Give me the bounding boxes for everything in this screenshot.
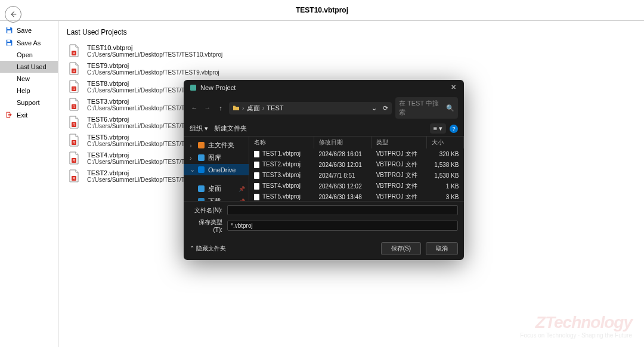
sidebar-item-label: Save: [17, 27, 32, 34]
project-name: TEST9.vbtproj: [87, 62, 219, 69]
project-path: C:/Users/SummerLi/Desktop/TEST/TEST9.vbt…: [87, 69, 219, 76]
folder-color-icon: [198, 154, 205, 161]
chevron-right-icon: ›: [190, 154, 194, 162]
path-bar[interactable]: › 桌面 › TEST ⌄ ⟳: [229, 102, 392, 114]
dlg-side-label: 主文件夹: [208, 141, 234, 150]
dlg-side-label: 桌面: [208, 184, 221, 193]
svg-rect-0: [7, 27, 10, 29]
sidebar-item-new[interactable]: New: [0, 73, 58, 85]
project-file-icon: R: [67, 133, 81, 147]
arrow-left-icon: [9, 10, 17, 18]
sidebar-item-open[interactable]: Open: [0, 49, 58, 61]
folder-color-icon: [198, 198, 205, 201]
dlg-side-label: OneDrive: [208, 166, 236, 174]
dialog-titlebar: New Project ✕: [184, 80, 464, 95]
col-size[interactable]: 大小: [426, 137, 463, 148]
dlg-side-3[interactable]: 桌面📌: [184, 182, 249, 195]
col-type[interactable]: 类型: [371, 137, 427, 148]
project-item[interactable]: RTEST9.vbtprojC:/Users/SummerLi/Desktop/…: [67, 61, 636, 76]
file-row[interactable]: TEST2.vbtproj2024/6/30 12:01VBTPROJ 文件1,…: [249, 159, 464, 170]
chevron-right-icon: ›: [242, 104, 244, 111]
filetype-select[interactable]: *.vbtproj: [227, 221, 458, 231]
file-icon: [254, 162, 259, 168]
cancel-button[interactable]: 取消: [426, 242, 458, 255]
view-mode-button[interactable]: ≡ ▾: [430, 123, 446, 134]
search-input[interactable]: 在 TEST 中搜索 🔍: [395, 97, 458, 119]
path-seg-test[interactable]: TEST: [267, 104, 283, 111]
col-date[interactable]: 修改日期: [314, 137, 371, 148]
svg-rect-20: [190, 85, 196, 91]
page-title: TEST10.vbtproj: [296, 6, 348, 14]
pin-icon: 📌: [239, 186, 245, 192]
app-icon: [190, 84, 197, 91]
svg-text:R: R: [73, 87, 76, 91]
file-row[interactable]: TEST5.vbtproj2024/6/30 13:48VBTPROJ 文件3 …: [249, 191, 464, 201]
file-icon: [254, 183, 259, 190]
file-row[interactable]: TEST4.vbtproj2024/6/30 12:02VBTPROJ 文件1 …: [249, 181, 464, 191]
folder-color-icon: [198, 166, 205, 173]
search-placeholder: 在 TEST 中搜索: [399, 99, 444, 117]
sidebar-item-label: Support: [17, 99, 40, 106]
hide-folders-toggle[interactable]: ⌃ 隐藏文件夹: [190, 244, 226, 253]
sidebar-item-save[interactable]: Save: [0, 24, 58, 36]
file-row[interactable]: TEST3.vbtproj2024/7/1 8:51VBTPROJ 文件1,53…: [249, 170, 464, 181]
close-button[interactable]: ✕: [448, 83, 458, 91]
exit-icon: [5, 111, 13, 119]
folder-color-icon: [198, 142, 205, 148]
nav-forward-button[interactable]: →: [203, 103, 212, 113]
project-file-icon: R: [67, 115, 81, 129]
svg-text:R: R: [73, 69, 76, 73]
project-file-icon: R: [67, 151, 81, 165]
svg-text:R: R: [73, 51, 76, 55]
col-name[interactable]: 名称: [249, 137, 314, 148]
dlg-side-label: 图库: [208, 153, 221, 162]
file-icon: [254, 151, 259, 157]
chevron-right-icon: ⌄: [190, 166, 194, 174]
back-button[interactable]: [5, 6, 21, 23]
sidebar-item-label: Help: [17, 87, 30, 94]
chevron-right-icon: ›: [190, 142, 194, 149]
sidebar-item-save-as[interactable]: Save As: [0, 36, 58, 49]
sidebar-item-exit[interactable]: Exit: [0, 109, 58, 121]
folder-color-icon: [198, 185, 205, 192]
project-file-icon: R: [67, 79, 81, 94]
path-dropdown-button[interactable]: ⌄: [371, 104, 377, 112]
dialog-title: New Project: [200, 84, 236, 91]
sidebar: SaveSave AsOpenLast UsedNewHelpSupportEx…: [0, 21, 58, 347]
new-folder-button[interactable]: 新建文件夹: [214, 124, 247, 133]
project-file-icon: R: [67, 44, 81, 58]
path-seg-desktop[interactable]: 桌面: [247, 104, 260, 113]
svg-text:R: R: [73, 123, 76, 126]
file-icon: [254, 194, 259, 200]
sidebar-item-last-used[interactable]: Last Used: [0, 61, 58, 73]
nav-back-button[interactable]: ←: [190, 103, 199, 113]
save-icon: [5, 26, 13, 34]
nav-up-button[interactable]: ↑: [216, 103, 225, 113]
dialog-toolbar: 组织 ▾ 新建文件夹 ≡ ▾ ?: [184, 121, 464, 137]
dlg-side-4[interactable]: 下载📌: [184, 195, 249, 201]
file-row[interactable]: TEST1.vbtproj2024/6/28 16:01VBTPROJ 文件32…: [249, 148, 464, 159]
dialog-nav: ← → ↑ › 桌面 › TEST ⌄ ⟳ 在 TEST 中搜索 🔍: [184, 95, 464, 121]
organize-button[interactable]: 组织 ▾: [190, 124, 208, 133]
sidebar-item-help[interactable]: Help: [0, 85, 58, 97]
dlg-side-0[interactable]: ›主文件夹: [184, 139, 249, 151]
refresh-button[interactable]: ⟳: [383, 104, 388, 112]
dlg-side-1[interactable]: ›图库: [184, 151, 249, 164]
chevron-down-icon: ⌃: [190, 245, 194, 252]
filetype-label: 保存类型(T):: [190, 218, 222, 233]
svg-rect-1: [7, 30, 11, 33]
sidebar-item-label: Open: [17, 51, 33, 58]
project-item[interactable]: RTEST10.vbtprojC:/Users/SummerLi/Desktop…: [67, 44, 636, 58]
svg-text:R: R: [73, 141, 76, 144]
help-button[interactable]: ?: [450, 125, 458, 133]
filename-input[interactable]: [227, 205, 458, 215]
pin-icon: 📌: [239, 199, 245, 202]
dlg-side-2[interactable]: ⌄OneDrive: [184, 164, 249, 175]
sidebar-item-label: Exit: [17, 111, 27, 119]
search-icon: 🔍: [446, 104, 454, 112]
sidebar-item-support[interactable]: Support: [0, 97, 58, 109]
svg-text:R: R: [73, 159, 76, 162]
sidebar-item-label: Last Used: [17, 63, 47, 70]
save-button[interactable]: 保存(S): [381, 242, 421, 255]
project-file-icon: R: [67, 169, 81, 183]
